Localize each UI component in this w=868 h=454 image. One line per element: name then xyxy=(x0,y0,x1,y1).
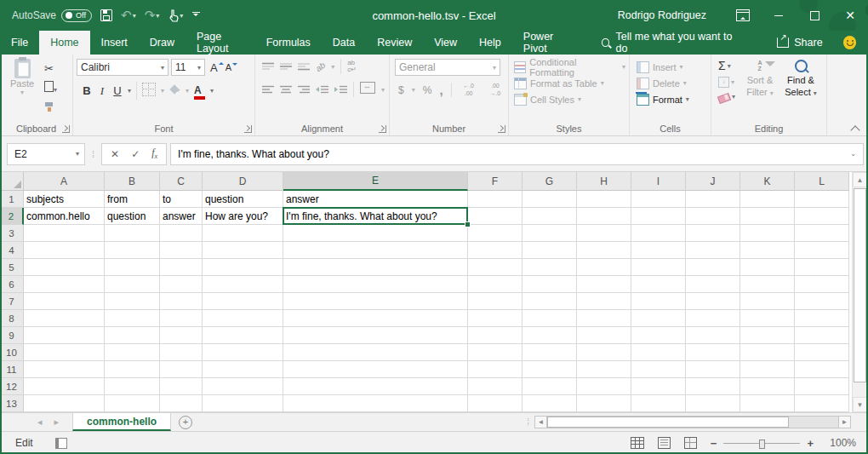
tab-draw[interactable]: Draw xyxy=(139,31,186,55)
customize-qat-icon[interactable] xyxy=(191,12,200,19)
cell-B12[interactable] xyxy=(105,378,160,395)
cell-G1[interactable] xyxy=(523,191,577,208)
copy-dropdown-icon[interactable]: ▾ xyxy=(54,86,57,94)
cell-E2[interactable]: I'm fine, thanks. What about you? xyxy=(283,208,468,225)
fill-color-dropdown-icon[interactable]: ▾ xyxy=(186,87,189,95)
sort-filter-button[interactable]: AZ Sort & Filter ▾ xyxy=(740,59,779,123)
row-header-7[interactable]: 7 xyxy=(0,293,24,310)
row-header-1[interactable]: 1 xyxy=(0,191,24,208)
cell-H1[interactable] xyxy=(577,191,631,208)
cell-C13[interactable] xyxy=(160,395,203,412)
italic-button[interactable]: I xyxy=(97,84,107,98)
align-right-button[interactable] xyxy=(298,82,310,97)
cell-L12[interactable] xyxy=(795,378,849,395)
row-header-2[interactable]: 2 xyxy=(0,208,24,225)
save-button[interactable] xyxy=(100,9,112,21)
undo-dropdown-icon[interactable]: ▾ xyxy=(133,12,136,20)
undo-button[interactable]: ↶▾ xyxy=(121,8,136,23)
cell-L2[interactable] xyxy=(795,208,849,225)
cell-G3[interactable] xyxy=(523,225,577,242)
currency-button[interactable]: $ xyxy=(398,84,404,96)
font-color-button[interactable]: A xyxy=(194,82,205,100)
cell-A9[interactable] xyxy=(24,327,105,344)
cell-A3[interactable] xyxy=(24,225,105,242)
cell-E12[interactable] xyxy=(283,378,468,395)
tab-power-pivot[interactable]: Power Pivot xyxy=(512,31,580,55)
cell-K8[interactable] xyxy=(740,310,795,327)
increase-decimal-button[interactable]: ←.0 .00 xyxy=(459,83,477,97)
cell-G4[interactable] xyxy=(523,242,577,259)
column-header-E[interactable]: E xyxy=(283,172,468,191)
cell-I3[interactable] xyxy=(631,225,686,242)
share-button[interactable]: Share xyxy=(777,31,822,55)
increase-font-size-button[interactable]: A xyxy=(208,61,220,74)
cell-J6[interactable] xyxy=(686,276,740,293)
cell-C8[interactable] xyxy=(160,310,203,327)
format-cells-dropdown-icon[interactable]: ▾ xyxy=(686,95,689,103)
cell-styles-button[interactable]: Cell Styles ▾ xyxy=(512,91,625,107)
cell-G10[interactable] xyxy=(523,344,577,361)
cell-A13[interactable] xyxy=(24,395,105,412)
close-button[interactable]: ✕ xyxy=(832,0,868,31)
cell-K12[interactable] xyxy=(740,378,795,395)
paste-button[interactable]: Paste ▾ xyxy=(5,59,39,96)
decrease-font-size-button[interactable]: A xyxy=(223,62,234,72)
formula-bar-divider[interactable]: ⁞ xyxy=(92,149,94,159)
select-all-corner[interactable] xyxy=(0,172,24,191)
page-layout-view-button[interactable] xyxy=(658,437,671,449)
minimize-button[interactable] xyxy=(761,0,797,31)
cell-K2[interactable] xyxy=(740,208,795,225)
cell-G13[interactable] xyxy=(523,395,577,412)
cut-button[interactable]: ✂ xyxy=(44,60,57,76)
insert-cells-dropdown-icon[interactable]: ▾ xyxy=(680,63,683,71)
cell-D1[interactable]: question xyxy=(203,191,283,208)
cell-B6[interactable] xyxy=(105,276,160,293)
cell-H12[interactable] xyxy=(577,378,631,395)
cell-A4[interactable] xyxy=(24,242,105,259)
delete-cells-dropdown-icon[interactable]: ▾ xyxy=(683,79,687,87)
ribbon-display-options-button[interactable] xyxy=(725,0,761,31)
cell-F2[interactable] xyxy=(468,208,523,225)
cell-J10[interactable] xyxy=(686,344,740,361)
cell-A7[interactable] xyxy=(24,293,105,310)
cell-L6[interactable] xyxy=(795,276,849,293)
borders-button[interactable] xyxy=(142,83,156,100)
decrease-decimal-button[interactable]: .00 →.0 xyxy=(486,83,505,97)
cell-L3[interactable] xyxy=(795,225,849,242)
format-painter-button[interactable] xyxy=(44,100,57,115)
column-header-G[interactable]: G xyxy=(523,172,577,191)
column-header-J[interactable]: J xyxy=(686,172,740,191)
column-header-B[interactable]: B xyxy=(105,172,160,191)
tab-page-layout[interactable]: Page Layout xyxy=(186,31,255,55)
cell-J13[interactable] xyxy=(686,395,740,412)
cell-H3[interactable] xyxy=(577,225,631,242)
cell-I9[interactable] xyxy=(631,327,686,344)
scroll-down-icon[interactable]: ▼ xyxy=(853,397,867,412)
cell-A6[interactable] xyxy=(24,276,105,293)
record-macro-icon[interactable] xyxy=(55,438,67,449)
cell-L7[interactable] xyxy=(795,293,849,310)
bottom-align-button[interactable] xyxy=(298,59,310,74)
zoom-out-button[interactable]: − xyxy=(711,438,717,449)
cell-H13[interactable] xyxy=(577,395,631,412)
cell-D6[interactable] xyxy=(203,276,283,293)
cell-K4[interactable] xyxy=(740,242,795,259)
sheet-tab-active[interactable]: common-hello xyxy=(72,413,171,431)
cell-K7[interactable] xyxy=(740,293,795,310)
scroll-right-icon[interactable]: ► xyxy=(838,416,851,428)
cell-G2[interactable] xyxy=(523,208,577,225)
cell-G5[interactable] xyxy=(523,259,577,276)
next-sheet-icon[interactable]: ▸ xyxy=(54,417,60,428)
cell-D12[interactable] xyxy=(203,378,283,395)
cell-G12[interactable] xyxy=(523,378,577,395)
conditional-formatting-button[interactable]: Conditional Formatting ▾ xyxy=(512,59,625,75)
cell-J4[interactable] xyxy=(686,242,740,259)
row-header-10[interactable]: 10 xyxy=(0,344,24,361)
row-header-3[interactable]: 3 xyxy=(0,225,24,242)
autosave-toggle[interactable]: AutoSave Off xyxy=(12,9,92,22)
font-name-combobox[interactable]: Calibri▾ xyxy=(77,59,168,76)
zoom-slider-track[interactable] xyxy=(723,443,800,444)
orientation-button[interactable]: ab xyxy=(314,60,327,72)
cell-F11[interactable] xyxy=(468,361,523,378)
cell-J3[interactable] xyxy=(686,225,740,242)
